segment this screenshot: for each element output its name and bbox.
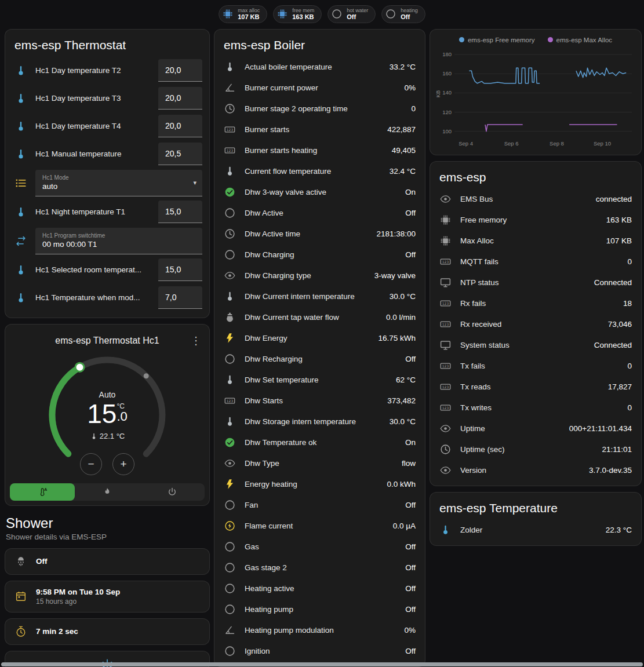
mode-auto-button[interactable]: A — [10, 483, 75, 501]
entity-row[interactable]: 123 Dhw Starts 373,482 — [214, 391, 425, 411]
entity-row[interactable]: Max Alloc 107 KB — [430, 231, 641, 252]
entity-row[interactable]: EMS Bus connected — [430, 189, 641, 210]
entity-label: Actual boiler temperature — [245, 63, 381, 71]
entity-row[interactable]: 123 Tx reads 17,827 — [430, 377, 641, 398]
entity-row[interactable]: Dhw Charging type 3-way valve — [214, 265, 425, 286]
status-badge[interactable]: hot water Off — [328, 5, 376, 23]
mode-heat-button[interactable] — [75, 483, 140, 501]
legend-item-free-memory[interactable]: ems-esp Free memory — [459, 37, 535, 43]
entity-row[interactable]: System status Connected — [430, 335, 641, 356]
entity-row[interactable]: Gas Off — [214, 537, 425, 557]
shower-info-card[interactable]: Off — [5, 548, 210, 575]
entity-value: 17,827 — [608, 382, 632, 391]
entity-row[interactable]: Dhw Storage intern temperature 30.0 °C — [214, 411, 425, 432]
entity-row[interactable]: 123 Burner starts heating 49,405 — [214, 140, 425, 161]
thermometer-icon — [224, 374, 236, 386]
entity-row[interactable]: Heating active Off — [214, 578, 425, 599]
dial-handle[interactable] — [75, 363, 84, 371]
temperature-input[interactable] — [158, 286, 202, 309]
more-menu-button[interactable]: ⋮ — [187, 333, 203, 349]
entity-row[interactable]: 123 Burner starts 422,887 — [214, 119, 425, 140]
entity-value: Off — [405, 584, 416, 593]
program-switchtime-field[interactable]: Hc1 Program switchtime 00 mo 00:00 T1 — [35, 228, 202, 254]
eye-icon — [224, 457, 236, 469]
entity-label: Heating active — [245, 584, 396, 593]
mode-select[interactable]: Hc1 Mode auto ▾ — [35, 170, 202, 196]
entity-row[interactable]: Dhw Active time 2181:38:00 — [214, 224, 425, 245]
entity-row[interactable]: Dhw Current tap water flow 0.0 l/min — [214, 307, 425, 328]
entity-row[interactable]: Uptime (sec) 21:11:01 — [430, 439, 641, 460]
entity-row[interactable]: Heating pump Off — [214, 599, 425, 620]
number-entity-row: Hc1 Temperature when mod... — [5, 284, 209, 312]
entity-label: Hc1 Manual temperature — [35, 150, 150, 158]
entity-row[interactable]: Burner current power 0% — [214, 78, 425, 99]
entity-row[interactable]: Actual boiler temperature 33.2 °C — [214, 57, 425, 78]
horizontal-scrollbar[interactable] — [1, 662, 643, 666]
legend-item-max-alloc[interactable]: ems-esp Max Alloc — [548, 37, 613, 43]
badge-value: Off — [401, 13, 418, 21]
entity-row[interactable]: Zolder 22.3 °C — [430, 520, 641, 541]
temp-increase-button[interactable]: + — [112, 453, 134, 475]
calendar-icon — [14, 590, 27, 603]
entity-row[interactable]: Gas stage 2 Off — [214, 557, 425, 578]
entity-row[interactable]: Ignition Off — [214, 641, 425, 662]
temperature-card: ems-esp Temperature Zolder 22.3 °C — [430, 492, 642, 546]
entity-row[interactable]: 123 MQTT fails 0 — [430, 252, 641, 272]
entity-row[interactable]: Dhw Current intern temperature 30.0 °C — [214, 286, 425, 307]
flash-icon — [224, 332, 236, 344]
entity-label: MQTT fails — [460, 257, 618, 266]
entity-row[interactable]: Uptime 000+21:11:01.434 — [430, 418, 641, 439]
temperature-input[interactable] — [158, 59, 202, 82]
entity-label: Free memory — [460, 216, 598, 224]
status-badge[interactable]: heating Off — [381, 5, 425, 23]
shower-info-card[interactable]: 7 min 2 sec — [5, 618, 210, 645]
entity-row[interactable]: Current flow temperature 32.4 °C — [214, 161, 425, 182]
entity-row[interactable]: Dhw 3-way valve active On — [214, 182, 425, 203]
entity-value: 0.0 kWh — [387, 480, 416, 489]
entity-row[interactable]: NTP status Connected — [430, 272, 641, 293]
entity-label: Hc1 Night temperature T1 — [35, 207, 150, 216]
entity-row[interactable]: 123 Rx received 73,046 — [430, 314, 641, 335]
temperature-input[interactable] — [158, 258, 202, 281]
temperature-input[interactable] — [158, 115, 202, 137]
entity-row[interactable]: Fan Off — [214, 495, 425, 516]
entity-row[interactable]: 123 Tx writes 0 — [430, 398, 641, 418]
entity-row[interactable]: Dhw Temperature ok On — [214, 432, 425, 453]
svg-text:Sep 8: Sep 8 — [550, 140, 564, 147]
status-badge[interactable]: max alloc 107 KB — [219, 5, 267, 23]
temperature-input[interactable] — [158, 201, 202, 223]
card-title: ems-esp — [430, 162, 641, 189]
mode-off-button[interactable] — [140, 483, 205, 501]
entity-row[interactable]: Version 3.7.0-dev.35 — [430, 460, 641, 481]
status-badge[interactable]: free mem 163 KB — [273, 5, 322, 23]
circle-outline-icon — [224, 249, 236, 261]
entity-row[interactable]: Flame current 0.0 µA — [214, 516, 425, 537]
entity-row[interactable]: Dhw Set temperature 62 °C — [214, 370, 425, 391]
entity-label: Current flow temperature — [245, 167, 381, 176]
entity-label: Uptime — [460, 424, 561, 433]
svg-text:123: 123 — [227, 148, 234, 152]
number-entity-row: Hc1 Night temperature T1 — [5, 198, 209, 226]
entity-row[interactable]: Dhw Type flow — [214, 453, 425, 474]
entity-label: Dhw Starts — [245, 396, 379, 405]
entity-row[interactable]: Dhw Recharging Off — [214, 349, 425, 370]
temperature-input[interactable] — [158, 143, 202, 165]
shower-info-card[interactable]: 9:58 PM on Tue 10 Sep 15 hours ago — [5, 581, 210, 613]
thermometer-icon — [14, 120, 27, 133]
entity-row[interactable]: Burner stage 2 operating time 0 — [214, 99, 425, 119]
entity-value: 33.2 °C — [390, 63, 416, 71]
entity-row[interactable]: Energy heating 0.0 kWh — [214, 474, 425, 495]
entity-row[interactable]: Dhw Active Off — [214, 203, 425, 224]
temperature-input[interactable] — [158, 87, 202, 110]
shower-icon — [14, 555, 27, 568]
svg-text:123: 123 — [442, 406, 449, 410]
entity-row[interactable]: 123 Tx fails 0 — [430, 356, 641, 377]
entity-row[interactable]: Dhw Energy 16.75 kWh — [214, 328, 425, 349]
entity-row[interactable]: Dhw Charging Off — [214, 245, 425, 265]
entity-row[interactable]: Heating pump modulation 0% — [214, 620, 425, 641]
entity-row[interactable]: 123 Rx fails 18 — [430, 293, 641, 314]
temp-decrease-button[interactable]: − — [80, 453, 102, 475]
svg-text:Sep 4: Sep 4 — [459, 140, 473, 147]
entity-row[interactable]: Free memory 163 KB — [430, 210, 641, 231]
entity-value: Off — [405, 355, 416, 363]
